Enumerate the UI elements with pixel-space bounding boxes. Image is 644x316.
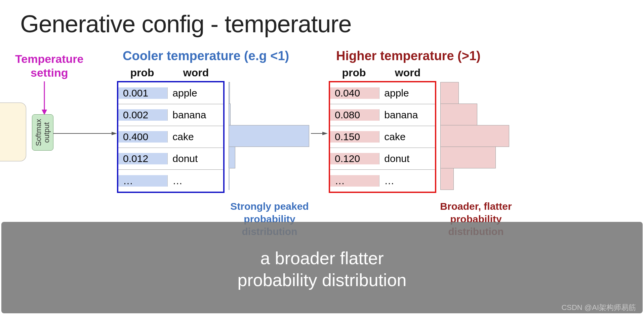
higher-bars	[440, 82, 509, 190]
higher-table: 0.040 apple 0.080 banana 0.150 cake 0.12…	[329, 81, 436, 193]
bar	[229, 168, 230, 190]
arrow-right-icon	[311, 132, 328, 135]
cooler-title: Cooler temperature (e.g <1)	[123, 49, 289, 63]
cooler-col-prob: prob	[117, 67, 167, 79]
slide-title: Generative config - temperature	[20, 10, 352, 38]
higher-caption-line1: Broader, flatter	[440, 201, 512, 212]
table-row: 0.040 apple	[330, 82, 435, 104]
word-cell: banana	[167, 109, 223, 121]
bar	[440, 147, 496, 168]
higher-title: Higher temperature (>1)	[336, 49, 481, 63]
prob-cell: …	[330, 175, 379, 187]
table-row: 0.001 apple	[118, 82, 223, 104]
arrow-right-icon	[53, 132, 117, 135]
prob-cell: 0.012	[118, 153, 167, 164]
temperature-setting-line2: setting	[31, 66, 68, 79]
table-row: 0.120 donut	[330, 148, 435, 170]
bar	[440, 82, 459, 104]
table-row: 0.400 cake	[118, 126, 223, 148]
word-cell: apple	[167, 87, 223, 99]
table-row: … …	[118, 170, 223, 192]
prob-cell: 0.080	[330, 109, 379, 121]
table-row: 0.080 banana	[330, 104, 435, 126]
bar	[229, 104, 231, 125]
prob-cell: 0.120	[330, 153, 379, 164]
bar	[229, 125, 309, 147]
higher-col-word: word	[379, 67, 436, 79]
bar	[229, 147, 235, 168]
higher-table-wrap: prob word 0.040 apple 0.080 banana 0.150…	[329, 67, 436, 193]
svg-marker-3	[112, 132, 117, 135]
word-cell: …	[167, 175, 223, 187]
subtitle-line2: probability distribution	[238, 269, 407, 291]
word-cell: donut	[379, 153, 435, 164]
prob-cell: 0.001	[118, 87, 167, 99]
arrow-down-icon	[40, 81, 48, 115]
word-cell: cake	[379, 131, 435, 143]
bar	[440, 168, 454, 190]
word-cell: cake	[167, 131, 223, 143]
softmax-block: Softmax output	[32, 114, 53, 151]
temperature-setting-line1: Temperature	[15, 52, 83, 65]
video-subtitle: a broader flatter probability distributi…	[1, 222, 643, 313]
bar	[440, 104, 477, 125]
higher-col-prob: prob	[329, 67, 379, 79]
word-cell: donut	[167, 153, 223, 164]
prob-cell: 0.040	[330, 87, 379, 99]
prob-cell: 0.150	[330, 131, 379, 143]
table-row: … …	[330, 170, 435, 192]
table-row: 0.012 donut	[118, 148, 223, 170]
cooler-bars	[229, 82, 309, 190]
word-cell: banana	[379, 109, 435, 121]
subtitle-line1: a broader flatter	[260, 247, 384, 269]
cooler-caption-line1: Strongly peaked	[230, 201, 309, 212]
cooler-col-word: word	[167, 67, 225, 79]
word-cell: …	[379, 175, 435, 187]
cooler-table-header: prob word	[117, 67, 225, 79]
watermark: CSDN @AI架构师易筋	[561, 303, 636, 313]
bar	[440, 125, 509, 147]
svg-marker-5	[322, 132, 328, 135]
word-cell: apple	[379, 87, 435, 99]
temperature-setting-label: Temperature setting	[15, 52, 83, 80]
upstream-block	[0, 103, 26, 161]
softmax-label: Softmax output	[35, 119, 51, 146]
cooler-table: 0.001 apple 0.002 banana 0.400 cake 0.01…	[117, 81, 225, 193]
higher-table-header: prob word	[329, 67, 436, 79]
cooler-table-wrap: prob word 0.001 apple 0.002 banana 0.400…	[117, 67, 225, 193]
bar	[229, 82, 230, 104]
prob-cell: …	[118, 175, 167, 187]
prob-cell: 0.002	[118, 109, 167, 121]
prob-cell: 0.400	[118, 131, 167, 143]
table-row: 0.150 cake	[330, 126, 435, 148]
slide: Generative config - temperature Temperat…	[0, 0, 644, 316]
table-row: 0.002 banana	[118, 104, 223, 126]
